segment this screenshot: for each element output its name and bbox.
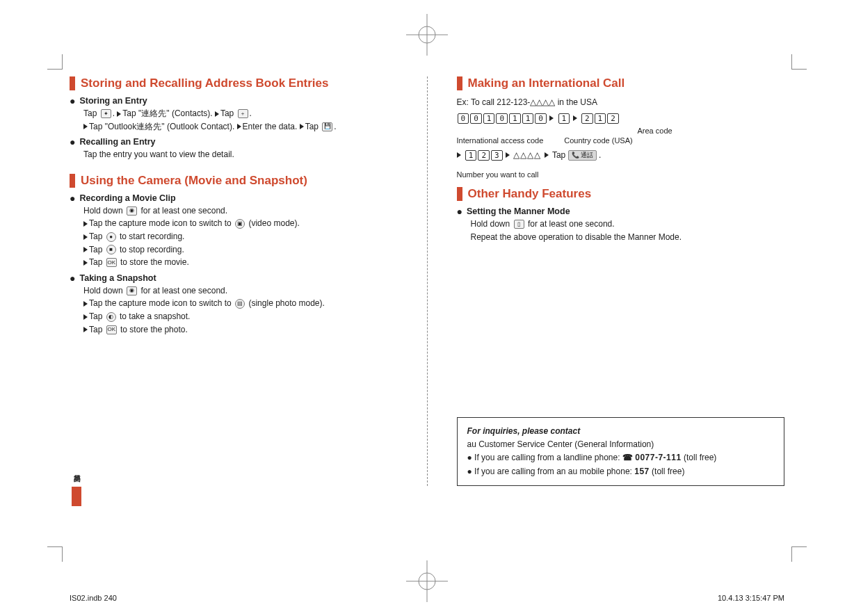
dial-key: 0: [458, 113, 469, 124]
start-icon: ✦: [101, 109, 111, 118]
section-title: Other Handy Features: [468, 187, 592, 201]
step-arrow-icon: [83, 221, 88, 227]
crop-mark: [791, 54, 807, 70]
body-text: Tap the capture mode icon to switch to ▤…: [83, 297, 398, 310]
bullet-head: Recording a Movie Clip: [79, 193, 175, 203]
info-heading: For inquiries, please contact: [467, 425, 775, 438]
bullet-icon: ●: [70, 137, 75, 147]
bullet-item: ● Setting the Manner Mode: [457, 206, 785, 216]
area-code-label: Area code: [638, 127, 785, 135]
bullet-head: Setting the Manner Mode: [467, 206, 570, 216]
step-arrow-icon: [83, 301, 88, 307]
step-arrow-icon: [117, 111, 121, 117]
bullet-head: Recalling an Entry: [79, 137, 155, 147]
bullet-item: ● Taking a Snapshot: [70, 273, 398, 283]
step-arrow-icon: [215, 111, 219, 117]
record-icon: ●: [106, 232, 116, 242]
crop-mark: [47, 546, 63, 562]
dial-key: 0: [535, 113, 547, 124]
freecall-icon: ☎: [622, 453, 633, 462]
number-label: Number you want to call: [457, 170, 785, 179]
right-column: Making an International Call Ex: To call…: [457, 76, 785, 486]
bullet-head: Taking a Snapshot: [79, 273, 156, 283]
body-text: Hold down ◉ for at least one second.: [83, 204, 398, 218]
dial-key: 2: [581, 113, 593, 124]
step-arrow-icon: [83, 247, 88, 252]
dial-key: 1: [483, 113, 495, 124]
section-title: Storing and Recalling Address Book Entri…: [81, 76, 328, 90]
save-icon: 💾: [322, 122, 332, 131]
example-text: Ex: To call 212-123-△△△△ in the USA: [457, 96, 785, 109]
new-contact-icon: ＋: [238, 109, 248, 118]
side-tab-block: [72, 487, 81, 506]
dial-key: 0: [496, 113, 508, 124]
dial-labels: Area code International access code Coun…: [457, 127, 785, 145]
body-text: Tap OK to store the photo.: [83, 323, 398, 337]
body-text: Repeat the above operation to disable th…: [471, 231, 785, 244]
manner-key-icon: ▯: [514, 220, 524, 229]
body-text: Hold down ◉ for at least one second.: [83, 284, 398, 298]
step-arrow-icon: [573, 115, 577, 121]
body-text: Tap the entry you want to view the detai…: [83, 148, 398, 161]
body-text: Tap ■ to stop recording.: [83, 243, 398, 257]
step-arrow-icon: [83, 327, 88, 332]
dial-key: 0: [470, 113, 482, 124]
bullet-icon: ●: [457, 206, 462, 216]
phone-icon: 📞: [572, 152, 579, 159]
dial-key: 1: [465, 150, 477, 161]
left-column: Storing and Recalling Address Book Entri…: [70, 76, 398, 486]
dial-key: 1: [509, 113, 521, 124]
step-arrow-icon: [506, 152, 510, 158]
section-bar-icon: [457, 76, 462, 90]
camera-key-icon: ◉: [127, 206, 137, 216]
bullet-icon: ●: [70, 96, 75, 106]
country-code-label: Country code (USA): [564, 136, 632, 145]
section-bar-icon: [70, 76, 75, 90]
dial-key: 1: [595, 113, 606, 124]
info-line: ● If you are calling from a landline pho…: [467, 451, 775, 464]
step-arrow-icon: [549, 115, 554, 121]
crop-mark: [791, 546, 807, 562]
dial-key: 2: [478, 150, 490, 161]
registration-mark-top: [406, 14, 448, 56]
stop-icon: ■: [106, 245, 116, 254]
bullet-icon: ●: [70, 193, 75, 203]
body-text: Tap ● to start recording.: [83, 230, 398, 243]
section-bar-icon: [70, 174, 75, 188]
step-arrow-icon: [83, 234, 88, 240]
photo-mode-icon: ▤: [235, 299, 245, 309]
step-arrow-icon: [237, 124, 241, 129]
section-heading: Making an International Call: [457, 76, 785, 90]
body-text: Tap "Outlook連絡先" (Outlook Contact). Ente…: [83, 120, 398, 133]
dial-sequence: 123 △△△△ Tap 📞通話 .: [457, 150, 785, 161]
body-text: Tap OK to store the movie.: [83, 256, 398, 269]
dial-key: 1: [558, 113, 570, 124]
dial-sequence: 0010110 1 212: [457, 113, 785, 124]
footer-right: 10.4.13 3:15:47 PM: [718, 594, 784, 602]
intl-access-label: International access code: [457, 136, 544, 145]
video-mode-icon: ▣: [235, 219, 245, 229]
page-footer: IS02.indb 240 10.4.13 3:15:47 PM: [70, 594, 784, 602]
step-arrow-icon: [83, 124, 88, 129]
step-arrow-icon: [545, 152, 549, 158]
footer-left: IS02.indb 240: [70, 594, 117, 602]
body-text: Tap ✦. Tap "連絡先" (Contacts). Tap ＋.: [83, 107, 398, 120]
placeholder-digits: △△△△: [513, 150, 544, 160]
body-text: Tap ◐ to take a snapshot.: [83, 310, 398, 323]
ok-icon: OK: [106, 325, 117, 334]
bullet-item: ● Recalling an Entry: [70, 137, 398, 147]
body-text: Hold down ▯ for at least one second.: [471, 218, 785, 231]
section-heading: Using the Camera (Movie and Snapshot): [70, 174, 398, 188]
section-heading: Storing and Recalling Address Book Entri…: [70, 76, 398, 90]
camera-key-icon: ◉: [127, 286, 137, 295]
crop-mark: [47, 54, 63, 70]
bullet-item: ● Storing an Entry: [70, 96, 398, 106]
dial-key: 2: [607, 113, 619, 124]
section-heading: Other Handy Features: [457, 187, 785, 201]
section-title: Making an International Call: [468, 76, 625, 90]
step-arrow-icon: [300, 124, 304, 129]
contact-info-box: For inquiries, please contact au Custome…: [457, 417, 785, 486]
section-title: Using the Camera (Movie and Snapshot): [81, 174, 307, 188]
shutter-icon: ◐: [106, 312, 116, 322]
ok-icon: OK: [106, 258, 117, 267]
